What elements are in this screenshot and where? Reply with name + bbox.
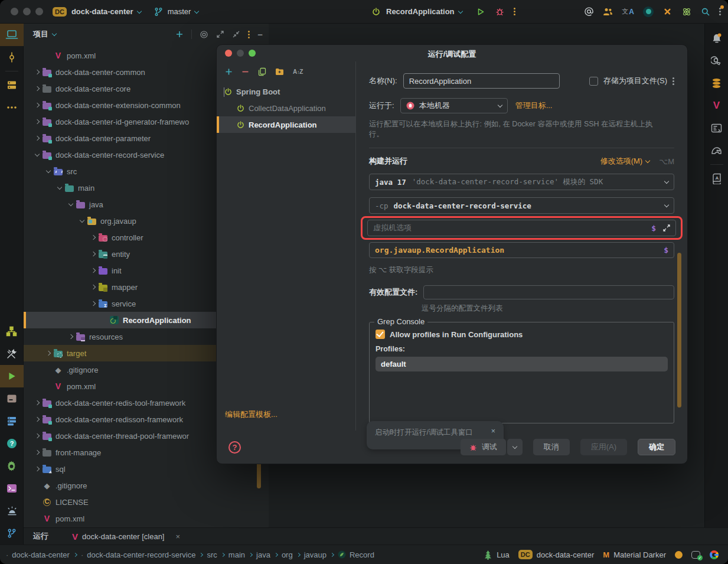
run-tab[interactable]: 运行 bbox=[33, 531, 48, 542]
minimize-window-icon[interactable] bbox=[23, 8, 31, 15]
chevron-right-icon[interactable] bbox=[32, 136, 43, 140]
store-as-project-file-checkbox[interactable] bbox=[589, 77, 598, 86]
run-on-select[interactable]: 本地机器 bbox=[400, 98, 508, 113]
more-icon[interactable] bbox=[248, 31, 250, 38]
chevron-right-icon[interactable] bbox=[43, 351, 54, 355]
statusbar-widget-material-darker[interactable]: MMaterial Darker bbox=[603, 550, 666, 559]
breadcrumb-item-main[interactable]: main bbox=[228, 550, 245, 559]
statusbar-widget-orange-dot-icon[interactable] bbox=[675, 551, 683, 559]
stripe-button-code-preview-icon[interactable] bbox=[705, 117, 728, 139]
chevron-right-icon[interactable] bbox=[32, 451, 43, 454]
debug-options-button[interactable] bbox=[507, 439, 523, 455]
stripe-button-structure-icon[interactable] bbox=[0, 74, 24, 96]
dialog-scrollbar[interactable] bbox=[677, 253, 681, 407]
stripe-button-commit-icon[interactable] bbox=[0, 46, 24, 69]
jdk-select[interactable]: java 17 'dock-data-center-record-service… bbox=[369, 174, 674, 190]
remove-icon[interactable] bbox=[241, 68, 249, 76]
chevron-down-icon[interactable] bbox=[43, 171, 54, 172]
breadcrumb-item-javaup[interactable]: javaup bbox=[304, 550, 327, 559]
run-task-tab[interactable]: V dock-data-center [clean] × bbox=[72, 532, 180, 542]
stripe-button-project-laptop-icon[interactable] bbox=[0, 24, 24, 46]
more-run-actions-icon[interactable] bbox=[514, 8, 515, 15]
chevron-down-icon[interactable] bbox=[66, 204, 76, 206]
chevron-right-icon[interactable] bbox=[32, 120, 43, 123]
stripe-button-hierarchy-icon[interactable] bbox=[0, 320, 24, 343]
profile-item-default[interactable]: default bbox=[376, 357, 668, 371]
at-icon[interactable] bbox=[584, 6, 594, 17]
copy-icon[interactable] bbox=[258, 67, 266, 76]
sort-az-icon[interactable]: A↕Z bbox=[293, 69, 303, 75]
tree-item-license[interactable]: CLICENSE bbox=[24, 494, 269, 510]
store-options-icon[interactable] bbox=[672, 77, 674, 85]
project-selector[interactable]: dock-data-center bbox=[67, 7, 143, 16]
checkbox-checked-icon[interactable] bbox=[376, 330, 385, 339]
breadcrumb-item-org[interactable]: org bbox=[282, 550, 293, 559]
chevron-right-icon[interactable] bbox=[88, 269, 99, 272]
breadcrumb-item-record[interactable]: Record bbox=[338, 550, 374, 559]
expand-field-icon[interactable] bbox=[663, 224, 670, 232]
statusbar-widget-gradle-check-icon[interactable] bbox=[691, 550, 701, 559]
statusbar-widget-lua[interactable]: Lua bbox=[484, 550, 510, 560]
recording-icon[interactable] bbox=[643, 6, 654, 17]
window-controls[interactable] bbox=[11, 8, 43, 15]
profiler-icon[interactable] bbox=[681, 6, 692, 17]
new-folder-icon[interactable] bbox=[275, 68, 284, 76]
allow-profiles-checkbox[interactable]: Allow profiles in Run Configurations bbox=[376, 330, 668, 339]
search-icon[interactable] bbox=[701, 7, 710, 17]
cancel-button[interactable]: 取消 bbox=[533, 439, 570, 455]
chevron-right-icon[interactable] bbox=[32, 70, 43, 74]
expand-all-icon[interactable] bbox=[216, 30, 224, 38]
edit-templates-link[interactable]: 编辑配置模板... bbox=[217, 409, 355, 431]
project-scrollbar[interactable] bbox=[257, 461, 261, 488]
run-config-selector[interactable]: RecordApplication bbox=[386, 7, 465, 16]
vm-options-input[interactable]: 虚拟机选项 $ bbox=[367, 220, 676, 236]
config-item-collectdataapplication[interactable]: CollectDataApplication bbox=[217, 100, 355, 116]
breadcrumb-item-dock-data-center-record-service[interactable]: ·dock-data-center-record-service bbox=[81, 550, 196, 559]
breadcrumb-item-java[interactable]: java bbox=[256, 550, 270, 559]
users-icon[interactable] bbox=[603, 7, 613, 16]
debug-button[interactable]: 调试 bbox=[461, 439, 506, 455]
stripe-button-alarm-icon[interactable] bbox=[0, 500, 24, 522]
chevron-right-icon[interactable] bbox=[32, 467, 43, 471]
stripe-button-more-icon[interactable] bbox=[0, 96, 24, 119]
hide-icon[interactable]: − bbox=[257, 30, 263, 40]
tree-item--gitignore[interactable]: ◆.gitignore bbox=[24, 477, 269, 494]
ok-button[interactable]: 确定 bbox=[638, 439, 675, 455]
chevron-right-icon[interactable] bbox=[32, 103, 43, 107]
manage-targets-link[interactable]: 管理目标... bbox=[515, 100, 553, 111]
translate-icon[interactable]: 文A bbox=[622, 7, 634, 16]
locate-icon[interactable] bbox=[200, 30, 208, 39]
chevron-right-icon[interactable] bbox=[88, 302, 99, 305]
config-item-spring-boot[interactable]: Spring Boot bbox=[217, 83, 355, 100]
chevron-right-icon[interactable] bbox=[32, 418, 43, 421]
stripe-button-maven-icon[interactable]: V bbox=[705, 94, 728, 117]
stripe-button-settings-icon[interactable] bbox=[0, 455, 24, 477]
stripe-button-run-icon[interactable] bbox=[0, 365, 24, 387]
chevron-down-icon[interactable] bbox=[77, 220, 87, 222]
classpath-select[interactable]: -cp dock-data-center-record-service bbox=[369, 197, 674, 214]
statusbar-widget-dock-data-center[interactable]: DCdock-data-center bbox=[518, 550, 594, 559]
debug-button[interactable] bbox=[495, 7, 504, 16]
help-icon[interactable]: ? bbox=[228, 441, 241, 454]
config-item-recordapplication[interactable]: RecordApplication bbox=[217, 116, 355, 133]
close-window-icon[interactable] bbox=[11, 8, 18, 15]
stripe-button-documentation-icon[interactable]: A bbox=[705, 167, 728, 190]
stripe-button-terminal-icon[interactable] bbox=[0, 477, 24, 500]
chevron-right-icon[interactable] bbox=[66, 335, 76, 338]
stripe-button-database-icon[interactable] bbox=[705, 72, 728, 94]
chevron-right-icon[interactable] bbox=[32, 401, 43, 405]
stripe-button-services-icon[interactable] bbox=[0, 410, 24, 432]
chevron-right-icon[interactable] bbox=[88, 236, 99, 239]
macros-icon[interactable]: $ bbox=[664, 246, 668, 255]
main-class-input[interactable]: org.javaup.RecordApplication $ bbox=[369, 242, 674, 258]
modify-options-link[interactable]: 修改选项(M) bbox=[600, 156, 652, 167]
stripe-button-tools-icon[interactable] bbox=[0, 343, 24, 365]
build-tools-icon[interactable] bbox=[662, 6, 672, 17]
more-with-badge-icon[interactable] bbox=[719, 8, 721, 15]
chevron-right-icon[interactable] bbox=[88, 285, 99, 289]
stripe-button-help-icon[interactable]: ? bbox=[0, 432, 24, 455]
chevron-right-icon[interactable] bbox=[32, 87, 43, 90]
stripe-button-notifications-icon[interactable] bbox=[705, 27, 728, 50]
breadcrumb-item-dock-data-center[interactable]: ·dock-data-center bbox=[6, 550, 70, 559]
chevron-right-icon[interactable] bbox=[32, 434, 43, 438]
